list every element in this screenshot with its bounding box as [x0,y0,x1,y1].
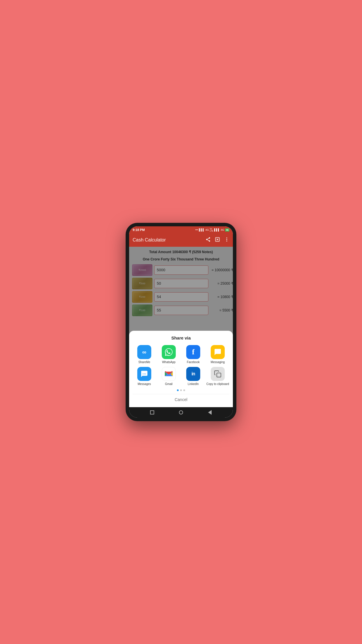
shareme-icon: ∞ [137,345,151,359]
messages-icon [137,367,151,381]
svg-line-4 [207,238,209,239]
whatsapp-label: WhatsApp [162,360,175,364]
app-bar-actions [205,237,229,243]
phone-device: 9:18 PM ••• ▌▌▌ 4G VoLTE ▌▌▌ 3G 46 Cash … [126,223,236,421]
status-icons: ••• ▌▌▌ 4G VoLTE ▌▌▌ 3G 46 [195,228,229,232]
share-item-whatsapp[interactable]: WhatsApp [157,345,180,364]
messages-label: Messages [138,382,151,386]
clipboard-icon [211,367,225,381]
svg-rect-14 [217,373,221,377]
status-time: 9:18 PM [133,228,145,232]
app-bar: Cash Calculator [129,233,233,247]
messaging-icon [211,345,225,359]
share-item-clipboard[interactable]: Copy to clipboard [206,367,229,386]
linkedin-icon: in [186,367,200,381]
facebook-icon: f [186,345,200,359]
network-4g: 4G [205,228,209,231]
cancel-button[interactable]: Cancel [133,394,229,405]
app-title: Cash Calculator [133,237,205,243]
delete-icon[interactable] [215,237,220,243]
svg-point-8 [226,237,227,238]
battery-indicator: 46 [225,228,229,232]
network-3g: 3G [221,228,224,231]
share-item-messages[interactable]: Messages [133,367,156,386]
share-item-shareme[interactable]: ∞ ShareMe [133,345,156,364]
shareme-label: ShareMe [138,360,150,364]
signal-bars-2: ▌▌▌ [214,228,220,231]
whatsapp-icon [162,345,176,359]
dot-3 [183,389,185,391]
phone-screen: 9:18 PM ••• ▌▌▌ 4G VoLTE ▌▌▌ 3G 46 Cash … [129,226,233,418]
nav-back-button[interactable] [207,410,213,415]
nav-recent-button[interactable] [149,410,155,415]
recent-apps-icon [150,410,154,414]
share-modal: Share via ∞ ShareMe [129,331,233,407]
svg-point-2 [209,240,210,242]
share-grid: ∞ ShareMe [133,345,229,386]
modal-overlay: Share via ∞ ShareMe [129,247,233,407]
svg-point-0 [209,237,210,239]
content-area: Total Amount 10046300 ₹ (5259 Notes) One… [129,247,233,407]
messaging-label: Messaging [211,360,225,364]
svg-point-10 [226,241,227,242]
more-options-icon[interactable] [224,237,229,243]
share-item-facebook[interactable]: f Facebook [182,345,205,364]
svg-point-11 [143,374,143,374]
gmail-icon [162,367,176,381]
bottom-nav [129,407,233,418]
back-icon [208,410,212,415]
signal-dots: ••• [195,228,198,231]
dot-1 [177,389,179,391]
nav-home-button[interactable] [178,410,184,415]
svg-point-1 [206,239,208,240]
facebook-label: Facebook [187,360,200,364]
share-item-gmail[interactable]: Gmail [157,367,180,386]
svg-line-3 [207,240,209,241]
share-item-messaging[interactable]: Messaging [206,345,229,364]
dot-2 [180,389,182,391]
pagination-dots [133,389,229,391]
vo-lte: VoLTE [210,228,213,232]
share-modal-title: Share via [133,335,229,340]
home-icon [179,410,183,414]
svg-point-9 [226,239,227,240]
signal-bars-1: ▌▌▌ [199,228,204,231]
clipboard-label: Copy to clipboard [206,382,229,386]
status-bar: 9:18 PM ••• ▌▌▌ 4G VoLTE ▌▌▌ 3G 46 [129,226,233,233]
svg-point-13 [145,374,146,374]
linkedin-label: LinkedIn [188,382,199,386]
share-icon[interactable] [205,237,211,243]
svg-point-12 [144,374,145,374]
gmail-label: Gmail [165,382,173,386]
share-item-linkedin[interactable]: in LinkedIn [182,367,205,386]
